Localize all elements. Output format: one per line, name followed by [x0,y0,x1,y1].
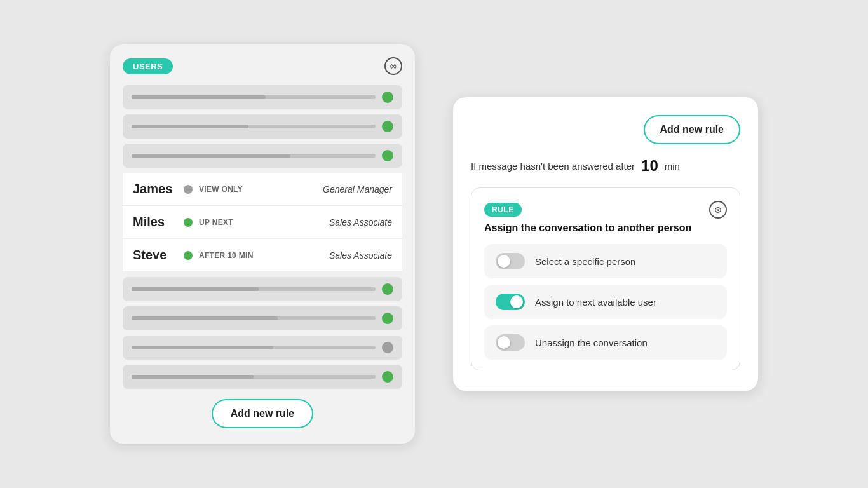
user-name: Miles [133,215,177,229]
rule-card: RULE ⊗ Assign the conversation to anothe… [471,187,740,370]
toggle-label-select-person: Select a specific person [535,256,635,267]
close-button[interactable]: ⊗ [384,57,402,75]
toggle-option-unassign: Unassign the conversation [484,325,727,360]
slider-dot [382,121,393,132]
right-panel-header: Add new rule [471,115,740,144]
rule-close-button[interactable]: ⊗ [709,201,727,219]
user-name: James [133,182,177,196]
user-rows: James VIEW ONLY General Manager Miles UP… [123,173,402,272]
status-dot [184,251,193,260]
user-row-miles[interactable]: Miles UP NEXT Sales Associate [123,206,402,239]
slider-row [123,85,402,109]
panel-header: USERS ⊗ [123,57,402,75]
slider-row [123,306,402,330]
slider-dot [382,342,393,353]
slider-dot [382,150,393,161]
condition-unit: min [665,161,680,172]
slider-row [123,144,402,168]
status-dot [184,218,193,227]
condition-value: 10 [641,157,658,175]
user-name: Steve [133,248,177,262]
rule-settings-panel: Add new rule If message hasn't been answ… [453,97,758,391]
slider-dot [382,313,393,324]
toggle-unassign[interactable] [496,334,525,351]
add-new-rule-button-left[interactable]: Add new rule [212,399,313,428]
add-new-rule-button-right[interactable]: Add new rule [644,115,740,144]
slider-dot [382,92,393,103]
status-label: UP NEXT [199,218,323,227]
user-role: Sales Associate [329,250,392,261]
user-role: Sales Associate [329,217,392,227]
slider-row [123,114,402,139]
rule-card-header: RULE ⊗ [484,201,727,219]
status-label: VIEW ONLY [199,185,316,194]
slider-rows-top [123,85,402,168]
user-row-steve[interactable]: Steve AFTER 10 MIN Sales Associate [123,239,402,272]
slider-dot [382,371,393,383]
slider-rows-bottom [123,277,402,389]
toggle-next-available[interactable] [496,294,525,310]
toggle-label-unassign: Unassign the conversation [535,337,648,348]
status-dot [184,185,193,194]
slider-row [123,336,402,360]
rule-badge: RULE [484,203,522,217]
user-role: General Manager [323,184,392,194]
condition-row: If message hasn't been answered after 10… [471,157,740,175]
user-row-james[interactable]: James VIEW ONLY General Manager [123,173,402,206]
slider-dot [382,283,393,295]
condition-text: If message hasn't been answered after [471,161,635,172]
slider-row [123,365,402,389]
slider-row [123,277,402,301]
toggle-label-next-available: Assign to next available user [535,297,656,308]
toggle-select-person[interactable] [496,253,525,269]
users-panel: USERS ⊗ James VIEW ONLY General Manager … [110,44,415,444]
status-label: AFTER 10 MIN [199,251,323,260]
users-badge: USERS [123,58,173,74]
rule-title: Assign the conversation to another perso… [484,222,727,234]
toggle-option-select-person: Select a specific person [484,244,727,278]
toggle-option-next-available: Assign to next available user [484,285,727,319]
